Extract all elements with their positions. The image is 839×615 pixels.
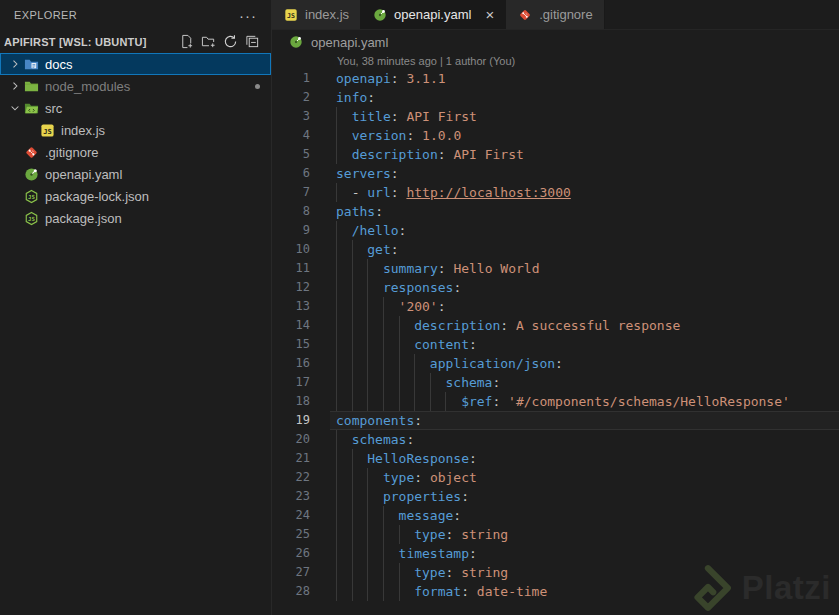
line-number[interactable]: 22 <box>272 468 310 487</box>
tree-item-package.json[interactable]: JSpackage.json <box>0 207 271 229</box>
line-content: type: string <box>336 563 508 582</box>
tree-item-openapi.yaml[interactable]: openapi.yaml <box>0 163 271 185</box>
code-line-7[interactable]: 7- url: http://localhost:3000 <box>272 183 839 202</box>
indent-guide <box>352 240 368 259</box>
code-line-26[interactable]: 26timestamp: <box>272 544 839 563</box>
code-line-13[interactable]: 13'200': <box>272 297 839 316</box>
token-punc: : <box>391 109 407 124</box>
token-punc: : <box>414 470 430 485</box>
indent-guide <box>367 354 383 373</box>
tree-item-index.js[interactable]: JSindex.js <box>0 119 271 141</box>
line-content: responses: <box>336 278 461 297</box>
code-line-22[interactable]: 22type: object <box>272 468 839 487</box>
line-number[interactable]: 6 <box>272 164 310 183</box>
excluded-indicator-dot <box>255 84 260 89</box>
code-line-23[interactable]: 23properties: <box>272 487 839 506</box>
code-line-25[interactable]: 25type: string <box>272 525 839 544</box>
tree-item-node_modules[interactable]: node_modules <box>0 75 271 97</box>
line-number[interactable]: 20 <box>272 430 310 449</box>
indent-guide <box>367 582 383 601</box>
collapse-all-button[interactable] <box>243 33 261 51</box>
line-number[interactable]: 7 <box>272 183 310 202</box>
line-number[interactable]: 10 <box>272 240 310 259</box>
token-punc: - <box>352 185 368 200</box>
more-actions-icon[interactable]: ··· <box>239 7 257 24</box>
line-number[interactable]: 17 <box>272 373 310 392</box>
code-line-18[interactable]: 18$ref: '#/components/schemas/HelloRespo… <box>272 392 839 411</box>
code-line-8[interactable]: 8paths: <box>272 202 839 221</box>
token-key: servers <box>336 166 391 181</box>
refresh-button[interactable] <box>221 33 239 51</box>
indent-guide <box>367 316 383 335</box>
line-number[interactable]: 16 <box>272 354 310 373</box>
token-punc: : <box>461 489 469 504</box>
url-link[interactable]: http://localhost:3000 <box>406 185 570 200</box>
code-line-21[interactable]: 21HelloResponse: <box>272 449 839 468</box>
line-number[interactable]: 14 <box>272 316 310 335</box>
tab-.gitignore[interactable]: .gitignore <box>506 0 604 29</box>
code-editor[interactable]: You, 38 minutes ago | 1 author (You) 1op… <box>272 54 839 615</box>
code-line-24[interactable]: 24message: <box>272 506 839 525</box>
code-line-12[interactable]: 12responses: <box>272 278 839 297</box>
code-line-9[interactable]: 9/hello: <box>272 221 839 240</box>
line-number[interactable]: 13 <box>272 297 310 316</box>
code-line-28[interactable]: 28format: date-time <box>272 582 839 601</box>
code-line-11[interactable]: 11summary: Hello World <box>272 259 839 278</box>
code-line-20[interactable]: 20schemas: <box>272 430 839 449</box>
line-number[interactable]: 1 <box>272 69 310 88</box>
line-number[interactable]: 5 <box>272 145 310 164</box>
code-line-6[interactable]: 6servers: <box>272 164 839 183</box>
code-line-17[interactable]: 17schema: <box>272 373 839 392</box>
line-number[interactable]: 26 <box>272 544 310 563</box>
indent-guide <box>399 316 415 335</box>
line-number[interactable]: 27 <box>272 563 310 582</box>
token-key: components <box>336 413 414 428</box>
line-number[interactable]: 8 <box>272 202 310 221</box>
code-line-27[interactable]: 27type: string <box>272 563 839 582</box>
breadcrumb[interactable]: openapi.yaml <box>272 30 839 54</box>
tab-index.js[interactable]: JSindex.js <box>272 0 361 29</box>
code-line-16[interactable]: 16application/json: <box>272 354 839 373</box>
token-punc: : <box>391 166 399 181</box>
project-section-header[interactable]: APIFIRST [WSL: UBUNTU] <box>0 30 271 53</box>
line-number[interactable]: 18 <box>272 392 310 411</box>
token-key: message <box>399 508 454 523</box>
line-number[interactable]: 24 <box>272 506 310 525</box>
token-punc: : <box>453 280 461 295</box>
code-line-3[interactable]: 3title: API First <box>272 107 839 126</box>
code-line-19[interactable]: 19components: <box>272 411 839 430</box>
new-folder-button[interactable] <box>199 33 217 51</box>
tab-openapi.yaml[interactable]: openapi.yaml× <box>361 0 506 29</box>
code-line-4[interactable]: 4version: 1.0.0 <box>272 126 839 145</box>
line-number[interactable]: 19 <box>272 411 310 430</box>
token-key: description <box>414 318 500 333</box>
line-number[interactable]: 15 <box>272 335 310 354</box>
line-number[interactable]: 28 <box>272 582 310 601</box>
line-number[interactable]: 21 <box>272 449 310 468</box>
line-number[interactable]: 23 <box>272 487 310 506</box>
token-key: url <box>367 185 390 200</box>
token-str: Hello World <box>453 261 539 276</box>
close-tab-icon[interactable]: × <box>485 7 494 22</box>
line-number[interactable]: 4 <box>272 126 310 145</box>
line-number[interactable]: 12 <box>272 278 310 297</box>
tree-item-src[interactable]: src <box>0 97 271 119</box>
new-file-button[interactable] <box>177 33 195 51</box>
tree-item-docs[interactable]: docs <box>0 53 271 75</box>
line-number[interactable]: 11 <box>272 259 310 278</box>
code-line-14[interactable]: 14description: A successful response <box>272 316 839 335</box>
line-number[interactable]: 2 <box>272 88 310 107</box>
code-line-1[interactable]: 1openapi: 3.1.1 <box>272 69 839 88</box>
indent-guide <box>352 525 368 544</box>
code-line-5[interactable]: 5description: API First <box>272 145 839 164</box>
line-number[interactable]: 3 <box>272 107 310 126</box>
line-number[interactable]: 9 <box>272 221 310 240</box>
indent-guide <box>336 221 352 240</box>
line-number[interactable]: 25 <box>272 525 310 544</box>
tree-item-package-lock.json[interactable]: JSpackage-lock.json <box>0 185 271 207</box>
code-line-15[interactable]: 15content: <box>272 335 839 354</box>
code-line-2[interactable]: 2info: <box>272 88 839 107</box>
code-line-10[interactable]: 10get: <box>272 240 839 259</box>
git-blame-annotation[interactable]: You, 38 minutes ago | 1 author (You) <box>337 55 839 69</box>
tree-item-.gitignore[interactable]: .gitignore <box>0 141 271 163</box>
